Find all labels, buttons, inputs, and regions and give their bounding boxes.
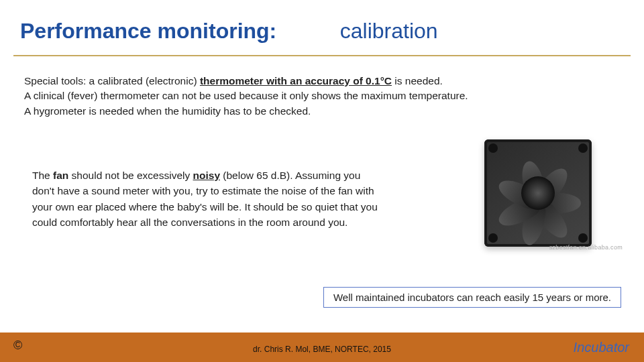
body1-bold-thermometer: thermometer with an accuracy of 0.1°C (200, 75, 392, 86)
body2-noisy: noisy (193, 170, 220, 181)
fan-screw-hole (578, 143, 588, 153)
title-row: Performance monitoring: calibration (20, 19, 624, 44)
fan-paragraph: The fan should not be excessively noisy … (32, 168, 381, 230)
title-left: Performance monitoring: (20, 19, 276, 44)
body1-after: is needed. (392, 75, 443, 86)
footer-credit: dr. Chris R. Mol, BME, NORTEC, 2015 (0, 345, 644, 354)
body1-lead: Special tools: a calibrated (electronic) (24, 75, 200, 86)
special-tools-paragraph: Special tools: a calibrated (electronic)… (24, 74, 617, 119)
fan-screw-hole (488, 233, 498, 243)
body2-fan: fan (53, 170, 68, 181)
body1-line2: A clinical (fever) thermometer can not b… (24, 90, 468, 101)
fan-image: szbestfan.en.alibaba.com (484, 139, 605, 253)
body1-line3: A hygrometer is needed when the humidity… (24, 105, 311, 117)
fan-watermark: szbestfan.en.alibaba.com (549, 244, 623, 251)
fan-frame (484, 139, 592, 247)
footer-brand: Incubator (574, 340, 629, 355)
body2-mid1: should not be excessively (68, 170, 193, 181)
title-underline (13, 55, 631, 56)
fan-screw-hole (578, 233, 588, 243)
fan-screw-hole (488, 143, 498, 153)
longevity-callout: Well maintained incubators can reach eas… (323, 287, 621, 308)
fan-hub (521, 176, 555, 210)
body2-pre: The (32, 170, 53, 181)
title-right: calibration (340, 19, 438, 44)
